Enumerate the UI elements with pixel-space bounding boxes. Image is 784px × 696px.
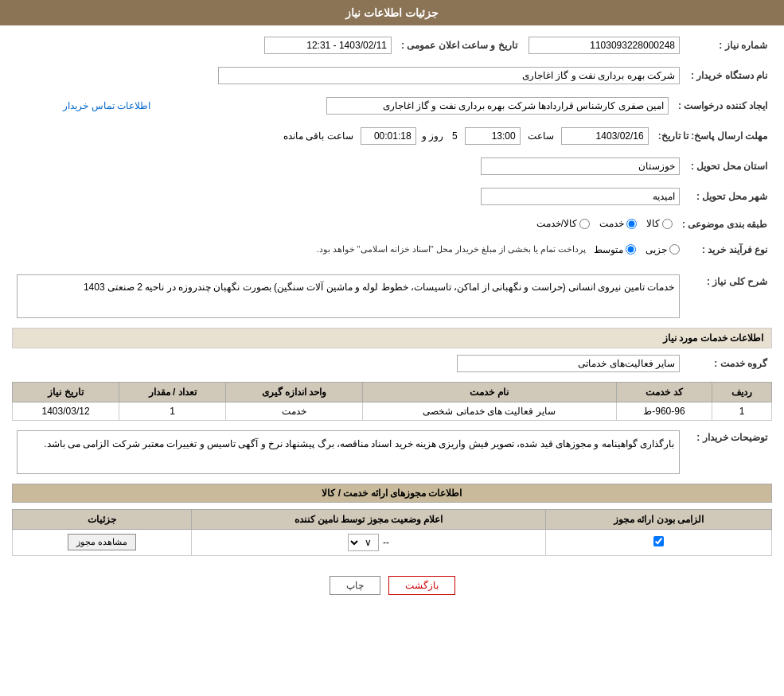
need-desc-text: خدمات تامین نیروی انسانی (حراست و نگهبان… — [84, 282, 674, 293]
col-code: کد خدمت — [616, 382, 712, 402]
process-option-motavaset[interactable]: متوسط — [594, 244, 636, 255]
permit-table: الزامی بودن ارائه مجوز اعلام وضعیت مجوز … — [12, 509, 772, 556]
cell-name: سایر فعالیت های خدماتی شخصی — [362, 402, 616, 420]
category-option-kala-khedmat[interactable]: کالا/خدمت — [536, 218, 590, 229]
table-row: 1 960-96-ط سایر فعالیت های خدماتی شخصی خ… — [13, 402, 772, 420]
process-option-jozei[interactable]: جزیی — [646, 244, 680, 255]
buyer-desc-box: بارگذاری گواهینامه و مجوزهای قید شده، تص… — [17, 430, 680, 474]
permit-col-required: الزامی بودن ارائه مجوز — [546, 509, 772, 529]
announce-label: تاریخ و ساعت اعلان عمومی : — [396, 33, 524, 57]
province-input[interactable] — [481, 157, 680, 175]
response-deadline-label: مهلت ارسال پاسخ: تا تاریخ: — [653, 124, 772, 148]
category-label: طبقه بندی موضوعی : — [677, 215, 772, 235]
category-option-kala[interactable]: کالا — [646, 218, 673, 229]
announce-input[interactable] — [264, 37, 392, 54]
contact-link[interactable]: اطلاعات تماس خریدار — [63, 100, 150, 111]
need-desc-label: شرح کلی نیاز : — [685, 271, 772, 321]
days-label: روز و — [422, 130, 443, 142]
cell-code: 960-96-ط — [616, 402, 712, 420]
cell-unit: خدمت — [226, 402, 363, 420]
need-desc-box: خدمات تامین نیروی انسانی (حراست و نگهبان… — [17, 274, 680, 318]
col-row: ردیف — [712, 382, 772, 402]
col-unit: واحد اندازه گیری — [226, 382, 363, 402]
city-label: شهر محل تحویل : — [685, 185, 772, 208]
buyer-org-input[interactable] — [218, 67, 680, 84]
bottom-buttons: بازگشت چاپ — [12, 564, 772, 607]
remaining-time-input[interactable] — [361, 127, 416, 145]
category-option-khedmat[interactable]: خدمت — [599, 218, 637, 229]
buyer-org-label: نام دستگاه خریدار : — [685, 64, 772, 87]
col-qty: تعداد / مقدار — [119, 382, 226, 402]
permit-section-header: اطلاعات مجوزهای ارائه خدمت / کالا — [12, 484, 772, 503]
back-button[interactable]: بازگشت — [388, 576, 455, 595]
province-label: استان محل تحویل : — [685, 154, 772, 178]
permit-status-select[interactable]: ∨ — [348, 534, 379, 551]
permit-col-details: جزئیات — [13, 509, 192, 529]
col-name: نام خدمت — [362, 382, 616, 402]
deadline-time-input[interactable] — [465, 127, 521, 145]
page-header: جزئیات اطلاعات نیاز — [0, 0, 784, 25]
need-number-label: شماره نیاز : — [685, 33, 772, 57]
cell-row: 1 — [712, 402, 772, 420]
days-value-display: 5 — [452, 130, 458, 142]
need-number-input[interactable] — [529, 37, 680, 54]
page-title: جزئیات اطلاعات نیاز — [345, 6, 439, 19]
service-group-label: گروه خدمت : — [685, 352, 772, 375]
category-radio-group: کالا خدمت کالا/خدمت — [536, 218, 673, 229]
buyer-desc-text: بارگذاری گواهینامه و مجوزهای قید شده، تص… — [44, 438, 674, 449]
remaining-label: ساعت باقی مانده — [283, 130, 353, 142]
service-info-header: اطلاعات خدمات مورد نیاز — [12, 328, 772, 348]
buyer-desc-label: توضیحات خریدار : — [685, 427, 772, 477]
requester-label: ایجاد کننده درخواست : — [673, 94, 772, 118]
process-label: نوع فرآیند خرید : — [685, 241, 772, 259]
process-radio-group: جزیی متوسط — [594, 244, 680, 255]
permit-required-cell — [546, 529, 772, 555]
print-button[interactable]: چاپ — [330, 576, 380, 595]
city-input[interactable] — [481, 188, 680, 205]
requester-input[interactable] — [326, 97, 669, 115]
process-note: پرداخت تمام یا بخشی از مبلغ خریدار محل "… — [316, 244, 586, 255]
service-group-input[interactable] — [457, 355, 680, 372]
permit-required-checkbox[interactable] — [653, 536, 664, 546]
permit-details-cell: مشاهده مجوز — [13, 529, 192, 555]
services-table: ردیف کد خدمت نام خدمت واحد اندازه گیری ت… — [12, 382, 772, 421]
time-label: ساعت — [528, 130, 554, 142]
permit-status-cell: -- ∨ — [192, 529, 546, 555]
permit-row: -- ∨ مشاهده مجوز — [13, 529, 772, 555]
permit-col-status: اعلام وضعیت مجوز توسط نامین کننده — [192, 509, 546, 529]
view-permit-button[interactable]: مشاهده مجوز — [68, 534, 136, 550]
cell-date: 1403/03/12 — [13, 402, 119, 420]
cell-qty: 1 — [119, 402, 226, 420]
deadline-date-input[interactable] — [561, 127, 649, 145]
col-date: تاریخ نیاز — [13, 382, 119, 402]
permit-status-text: -- — [383, 537, 389, 548]
